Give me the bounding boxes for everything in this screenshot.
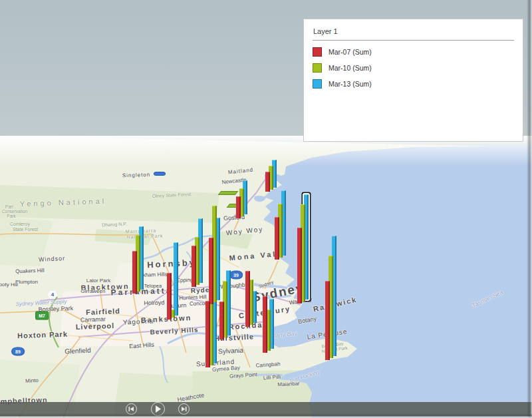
data-bar-mar-07[interactable] — [219, 302, 224, 339]
play-button[interactable] — [151, 402, 165, 416]
legend-swatch — [313, 63, 322, 73]
legend-item: Mar-13 (Sum) — [313, 79, 523, 89]
skip-forward-button[interactable] — [178, 403, 190, 415]
legend-item-label: Mar-07 (Sum) — [329, 48, 372, 56]
data-bar-mar-07[interactable] — [209, 238, 213, 304]
skip-back-button[interactable] — [126, 403, 137, 415]
data-bar-mar-07[interactable] — [205, 301, 210, 367]
data-bar-mar-07[interactable] — [275, 217, 279, 260]
data-bar-mar-07[interactable] — [265, 172, 270, 192]
legend-items: Mar-07 (Sum)Mar-10 (Sum)Mar-13 (Sum) — [304, 47, 523, 89]
data-bar-mar-07[interactable] — [245, 271, 250, 327]
data-bar-mar-07[interactable] — [192, 246, 196, 287]
data-bar-mar-07[interactable] — [167, 273, 172, 319]
data-bar-mar-07[interactable] — [263, 296, 267, 353]
timeline-playback-bar — [0, 402, 532, 416]
play-icon — [155, 405, 161, 413]
legend-item-label: Mar-13 (Sum) — [329, 80, 372, 88]
legend-item: Mar-10 (Sum) — [313, 63, 523, 73]
power-map-3d-view: SingletonMaitlandNewcastleOlney State Fo… — [0, 0, 532, 418]
legend-swatch — [313, 47, 322, 57]
legend-panel: Layer 1 Mar-07 (Sum)Mar-10 (Sum)Mar-13 (… — [303, 19, 523, 142]
legend-divider — [313, 40, 514, 41]
legend-item-label: Mar-10 (Sum) — [329, 64, 372, 72]
data-bar-mar-13[interactable] — [174, 242, 178, 315]
legend-swatch — [313, 79, 322, 89]
legend-title: Layer 1 — [313, 27, 513, 35]
data-bar-mar-07[interactable] — [132, 251, 137, 294]
legend-item: Mar-07 (Sum) — [313, 47, 523, 57]
skip-back-icon — [128, 406, 134, 412]
data-bar-mar-07[interactable] — [297, 228, 302, 304]
data-bar-mar-07[interactable] — [236, 196, 241, 218]
skip-forward-icon — [181, 406, 187, 412]
data-bar-mar-07[interactable] — [325, 281, 330, 360]
